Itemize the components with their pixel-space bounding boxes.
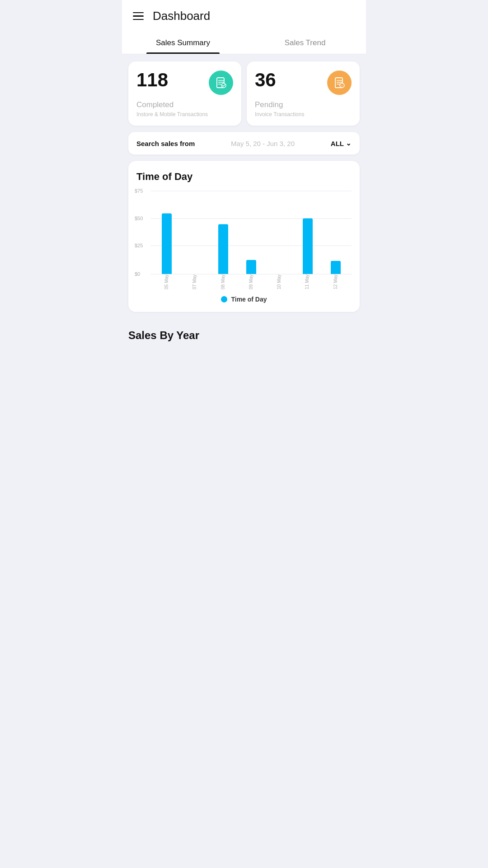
completed-card: 118 Completed Instore & Mobile Transacti… xyxy=(128,61,241,126)
checklist-svg xyxy=(215,76,227,89)
sales-by-year-title: Sales By Year xyxy=(122,326,366,346)
x-label-3: 09 May xyxy=(237,274,265,290)
bars-container xyxy=(151,191,352,274)
x-label-2: 08 May xyxy=(209,274,237,290)
bar-6 xyxy=(331,261,341,274)
page-title: Dashboard xyxy=(153,9,210,23)
completed-sublabel: Instore & Mobile Transactions xyxy=(136,111,233,118)
filter-button[interactable]: ALL ⌄ xyxy=(331,139,352,147)
y-label-50: $50 xyxy=(135,216,143,221)
y-label-0: $0 xyxy=(135,271,140,277)
chart-area: $75 $50 $25 $0 05 May07 May08 May09 May1… xyxy=(136,191,352,290)
pending-card: 36 ! Pending Invoice Transactions xyxy=(247,61,360,126)
invoice-svg: ! xyxy=(333,76,346,89)
search-bar[interactable]: Search sales from May 5, 20 - Jun 3, 20 … xyxy=(128,132,360,155)
tab-sales-summary[interactable]: Sales Summary xyxy=(122,30,244,54)
stat-cards-row: 118 Completed Instore & Mobile Transacti… xyxy=(128,61,360,126)
bar-group-0 xyxy=(153,213,181,274)
chart-legend: Time of Day xyxy=(136,296,352,303)
chevron-down-icon: ⌄ xyxy=(346,139,352,147)
y-label-75: $75 xyxy=(135,188,143,193)
pending-count: 36 xyxy=(255,71,276,90)
x-label-4: 10 May xyxy=(265,274,293,290)
bar-3 xyxy=(246,260,256,274)
main-content: 118 Completed Instore & Mobile Transacti… xyxy=(122,54,366,326)
search-label: Search sales from xyxy=(136,140,195,147)
x-labels: 05 May07 May08 May09 May10 May11 May12 M… xyxy=(151,274,352,290)
bar-group-2 xyxy=(209,224,237,274)
completed-label: Completed xyxy=(136,100,233,109)
pending-label: Pending xyxy=(255,100,352,109)
time-of-day-chart-card: Time of Day $75 $50 $25 $0 xyxy=(128,161,360,312)
menu-button[interactable] xyxy=(133,12,144,20)
bar-group-3 xyxy=(237,260,265,274)
completed-icon xyxy=(209,71,233,95)
chart-title: Time of Day xyxy=(136,171,352,183)
bar-0 xyxy=(162,213,172,274)
x-label-5: 11 May xyxy=(293,274,321,290)
bar-group-6 xyxy=(322,261,350,274)
tab-sales-trend[interactable]: Sales Trend xyxy=(244,30,366,54)
bar-group-5 xyxy=(293,218,321,274)
app-header: Dashboard xyxy=(122,0,366,30)
legend-dot xyxy=(221,296,227,302)
x-label-0: 05 May xyxy=(153,274,181,290)
bar-5 xyxy=(303,218,313,274)
filter-label: ALL xyxy=(331,140,344,147)
pending-icon: ! xyxy=(327,71,352,95)
y-label-25: $25 xyxy=(135,243,143,248)
legend-label: Time of Day xyxy=(231,296,267,303)
search-date-range: May 5, 20 - Jun 3, 20 xyxy=(199,140,326,147)
bar-2 xyxy=(218,224,228,274)
pending-sublabel: Invoice Transactions xyxy=(255,111,352,118)
svg-text:!: ! xyxy=(342,85,343,88)
x-label-6: 12 May xyxy=(322,274,350,290)
completed-count: 118 xyxy=(136,71,168,90)
tab-bar: Sales Summary Sales Trend xyxy=(122,30,366,54)
x-label-1: 07 May xyxy=(181,274,209,290)
